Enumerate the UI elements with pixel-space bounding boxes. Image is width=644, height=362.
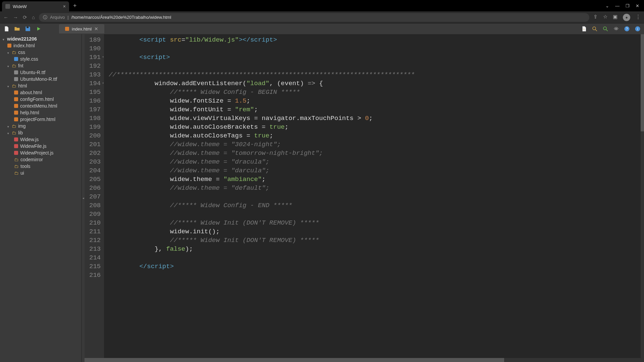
- url-input[interactable]: ⓘ Arquivo | /home/marcos/Área%20de%20Tra…: [39, 13, 589, 22]
- tree-item-label: Ubuntu-R.ttf: [20, 70, 45, 75]
- tree-item-label: img: [18, 123, 26, 129]
- svg-text:i: i: [637, 27, 638, 31]
- save-icon[interactable]: [24, 25, 32, 33]
- tree-folder[interactable]: 🗀tools: [0, 163, 82, 170]
- svg-line-5: [606, 29, 608, 31]
- code-content[interactable]: <script src="lib/Widew.js"></script> <sc…: [104, 34, 644, 358]
- file-html-icon: [14, 111, 18, 115]
- file-css-icon: [14, 57, 18, 61]
- tree-item-label: contextMenu.html: [20, 103, 57, 109]
- tree-folder[interactable]: 🗀css: [0, 49, 82, 56]
- close-editor-tab-icon[interactable]: ✕: [94, 26, 98, 32]
- tree-file[interactable]: Ubuntu-R.ttf: [0, 69, 82, 76]
- file-js-icon: [14, 144, 18, 148]
- tree-folder[interactable]: 🗀lib: [0, 129, 82, 136]
- tree-folder[interactable]: 🗀codemirror: [0, 156, 82, 163]
- svg-text:+: +: [583, 28, 585, 31]
- url-path: /home/marcos/Área%20de%20Trabalho/widew.…: [71, 15, 171, 20]
- menu-icon[interactable]: ⋮: [636, 14, 641, 21]
- sidepanel-icon[interactable]: ▣: [613, 14, 618, 21]
- file-html-icon: [14, 117, 18, 121]
- tree-file[interactable]: Widew.js: [0, 136, 82, 143]
- file-html-icon: [14, 97, 18, 101]
- tree-folder[interactable]: 🗀img: [0, 123, 82, 129]
- reload-icon[interactable]: ⟳: [23, 14, 27, 20]
- file-js-icon: [14, 151, 18, 155]
- favicon-icon: [5, 4, 10, 9]
- new-doc-icon[interactable]: +: [580, 25, 588, 33]
- tree-file[interactable]: help.html: [0, 109, 82, 116]
- tree-file[interactable]: UbuntuMono-R.ttf: [0, 76, 82, 82]
- tree-file[interactable]: WidewProject.js: [0, 149, 82, 156]
- tree-item-label: configForm.html: [20, 97, 54, 102]
- help-icon[interactable]: ?: [623, 25, 631, 33]
- browser-tab[interactable]: WideW ×: [2, 1, 69, 11]
- minimize-icon[interactable]: —: [615, 3, 620, 8]
- bookmark-icon[interactable]: ☆: [603, 14, 607, 21]
- tree-folder[interactable]: 🗀ui: [0, 170, 82, 176]
- tree-item-label: css: [18, 50, 25, 55]
- tab-title: WideW: [13, 4, 27, 9]
- tree-file[interactable]: contextMenu.html: [0, 103, 82, 109]
- tree-folder[interactable]: 🗀html: [0, 82, 82, 89]
- home-icon[interactable]: ⌂: [32, 14, 35, 20]
- tree-file[interactable]: style.css: [0, 56, 82, 62]
- tree-item-label: tools: [20, 164, 31, 169]
- tree-item-label: UbuntuMono-R.ttf: [20, 76, 57, 82]
- file-html-icon: [65, 27, 69, 31]
- browser-tab-strip: WideW × + ⌄ — ❐ ✕: [0, 0, 644, 11]
- tree-file[interactable]: WidewFile.js: [0, 143, 82, 149]
- tree-item-label: ui: [20, 170, 24, 176]
- editor-tab[interactable]: index.html ✕: [59, 24, 104, 34]
- close-window-icon[interactable]: ✕: [636, 3, 639, 8]
- chevron-down-icon[interactable]: ⌄: [605, 3, 609, 8]
- info-icon[interactable]: i: [634, 25, 641, 33]
- open-folder-icon[interactable]: [13, 25, 21, 33]
- tree-item-label: fnt: [18, 63, 23, 68]
- vertical-scrollbar[interactable]: [641, 34, 644, 358]
- tree-item-label: lib: [18, 130, 23, 135]
- url-protocol: Arquivo: [50, 15, 65, 20]
- tree-item-label: WidewFile.js: [20, 143, 47, 149]
- tree-item-label: about.html: [20, 90, 42, 95]
- new-tab-button[interactable]: +: [69, 2, 81, 9]
- file-protocol-icon: ⓘ: [43, 14, 47, 20]
- settings-icon[interactable]: [612, 25, 620, 33]
- svg-point-2: [593, 27, 596, 30]
- profile-avatar-icon[interactable]: ●: [623, 14, 630, 21]
- tree-item-label: codemirror: [20, 157, 43, 162]
- file-js-icon: [14, 137, 18, 141]
- svg-line-3: [595, 29, 597, 31]
- find-icon[interactable]: [591, 25, 598, 33]
- close-tab-icon[interactable]: ×: [63, 4, 66, 9]
- code-editor[interactable]: 1891901911921931941951961971981992002012…: [85, 34, 644, 358]
- tree-item-label: WidewProject.js: [20, 150, 54, 156]
- svg-point-4: [603, 27, 606, 30]
- tree-file[interactable]: configForm.html: [0, 96, 82, 103]
- file-html-icon: [7, 44, 11, 48]
- editor-tab-label: index.html: [72, 26, 92, 32]
- run-icon[interactable]: [35, 25, 42, 33]
- share-icon[interactable]: ⇪: [593, 14, 598, 21]
- file-ttf-icon: [14, 70, 18, 74]
- tree-file[interactable]: projectForm.html: [0, 116, 82, 123]
- svg-text:?: ?: [626, 27, 628, 31]
- back-icon[interactable]: ←: [3, 14, 8, 20]
- tree-item-label: html: [18, 83, 27, 88]
- tree-folder[interactable]: 🗀fnt: [0, 62, 82, 69]
- horizontal-scrollbar[interactable]: [85, 358, 644, 362]
- tree-file[interactable]: about.html: [0, 89, 82, 96]
- forward-icon[interactable]: →: [13, 14, 18, 20]
- tree-item-label: style.css: [20, 56, 38, 62]
- new-file-icon[interactable]: [3, 25, 10, 33]
- splitter-handle[interactable]: [82, 34, 85, 362]
- tree-root[interactable]: widew221206: [0, 36, 82, 42]
- tree-file[interactable]: index.html: [0, 42, 82, 49]
- tree-item-label: projectForm.html: [20, 117, 55, 122]
- svg-rect-0: [26, 26, 29, 28]
- find-replace-icon[interactable]: [602, 25, 609, 33]
- restore-icon[interactable]: ❐: [626, 3, 630, 8]
- file-html-icon: [14, 104, 18, 108]
- tree-item-label: Widew.js: [20, 137, 39, 142]
- file-tree-sidebar[interactable]: widew221206index.html🗀cssstyle.css🗀fntUb…: [0, 34, 82, 362]
